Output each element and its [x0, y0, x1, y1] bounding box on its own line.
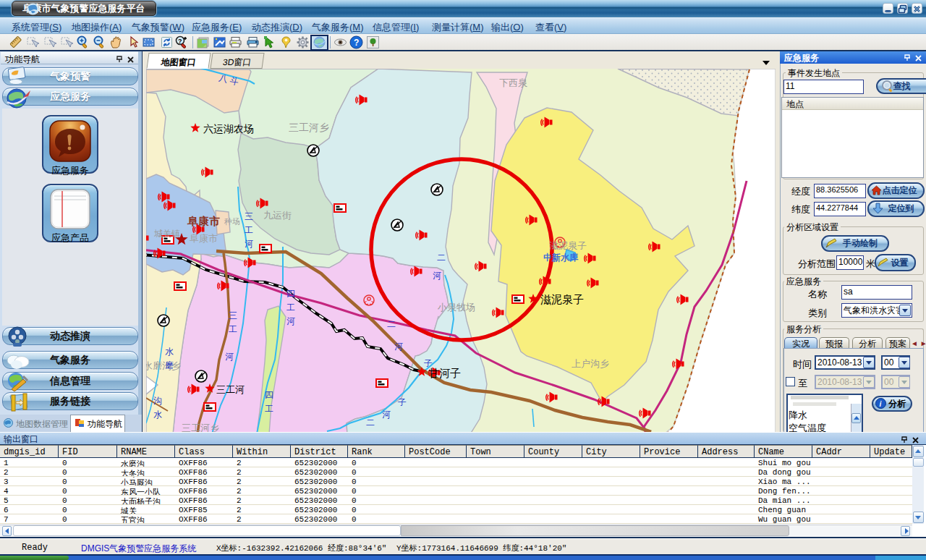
- svg-text:?: ?: [354, 38, 359, 48]
- svg-text:三: 三: [229, 310, 237, 321]
- svg-text:三工河: 三工河: [216, 384, 245, 395]
- svg-text:三工河乡: 三工河乡: [289, 122, 329, 133]
- svg-text:河: 河: [394, 341, 403, 352]
- svg-text:三工河乡: 三工河乡: [182, 423, 219, 432]
- svg-text:河: 河: [225, 352, 234, 362]
- svg-text:滋泥泉子: 滋泥泉子: [540, 293, 584, 305]
- svg-text:四: 四: [265, 390, 273, 400]
- svg-text:三: 三: [245, 211, 253, 221]
- svg-text:六运湖农场: 六运湖农场: [203, 123, 254, 135]
- svg-text:工: 工: [286, 302, 295, 313]
- svg-text:工: 工: [265, 404, 273, 414]
- svg-text:水: 水: [165, 347, 174, 357]
- svg-text:二: 二: [387, 319, 396, 329]
- svg-text:河: 河: [433, 271, 441, 281]
- svg-text:种场: 种场: [224, 217, 240, 226]
- svg-text:水磨沟乡: 水磨沟乡: [146, 360, 181, 371]
- svg-text:二: 二: [366, 417, 375, 428]
- svg-text:i: i: [880, 400, 882, 408]
- svg-text:九运街: 九运街: [263, 210, 292, 221]
- svg-text:城关镇: 城关镇: [154, 229, 180, 239]
- svg-text:工: 工: [245, 225, 253, 235]
- svg-text:河: 河: [286, 316, 295, 326]
- svg-text:水: 水: [153, 410, 162, 420]
- svg-text:阜康市: 阜康市: [190, 233, 218, 244]
- svg-text:子: 子: [398, 397, 407, 407]
- svg-text:沟: 沟: [153, 396, 162, 406]
- svg-text:工: 工: [229, 324, 237, 334]
- svg-text:二: 二: [437, 253, 446, 263]
- svg-text:磨: 磨: [165, 360, 174, 370]
- svg-text:中新水库: 中新水库: [543, 253, 579, 263]
- svg-text:四: 四: [286, 289, 295, 299]
- svg-text:河: 河: [382, 410, 391, 420]
- svg-text:上户沟乡: 上户沟乡: [572, 358, 609, 369]
- svg-text:河: 河: [245, 239, 253, 249]
- svg-text:阜康市: 阜康市: [187, 215, 220, 227]
- svg-text:?: ?: [178, 38, 182, 45]
- svg-text:小泉牧场: 小泉牧场: [437, 302, 475, 313]
- svg-text:下西泉: 下西泉: [499, 77, 527, 88]
- svg-text:滋泥泉子: 滋泥泉子: [549, 240, 587, 251]
- svg-text:甘河子: 甘河子: [428, 367, 461, 379]
- svg-text:子: 子: [424, 358, 433, 368]
